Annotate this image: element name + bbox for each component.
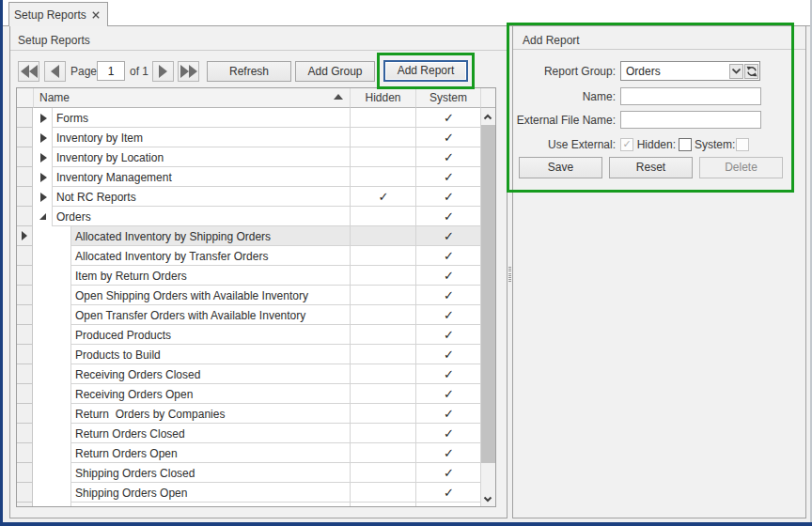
grid-row[interactable]: Inventory by Location✓ bbox=[17, 147, 480, 167]
tab-close-icon[interactable] bbox=[92, 11, 100, 19]
expander-collapsed-icon[interactable] bbox=[40, 173, 47, 182]
scrollbar-up-icon[interactable] bbox=[483, 113, 492, 122]
row-header[interactable] bbox=[17, 147, 33, 167]
grid-row[interactable]: Allocated Inventory by Transfer Orders✓ bbox=[17, 246, 480, 266]
splitter-grip[interactable] bbox=[508, 267, 511, 283]
system-check-icon: ✓ bbox=[416, 426, 480, 441]
grid-row[interactable]: Return Orders Closed✓ bbox=[17, 424, 480, 443]
system-check-icon: ✓ bbox=[416, 150, 480, 164]
row-header[interactable] bbox=[17, 364, 33, 384]
row-name: Open Shipping Orders with Available Inve… bbox=[75, 289, 308, 302]
row-header[interactable] bbox=[17, 463, 33, 483]
row-cells[interactable]: Shipping Orders Closed✓ bbox=[70, 463, 480, 483]
system-check-icon: ✓ bbox=[416, 269, 480, 283]
row-cells[interactable]: Produced Products✓ bbox=[70, 325, 480, 345]
row-cells[interactable]: Receiving Orders Open✓ bbox=[70, 384, 480, 404]
row-header[interactable] bbox=[17, 108, 33, 128]
row-header[interactable] bbox=[17, 266, 33, 286]
grid-row[interactable]: Products to Build✓ bbox=[17, 345, 480, 364]
scrollbar-thumb[interactable] bbox=[481, 125, 495, 463]
row-cells[interactable]: Item by Return Orders✓ bbox=[70, 266, 480, 286]
grid-row[interactable]: Not RC Reports✓✓ bbox=[17, 187, 480, 207]
row-name: Receiving Orders Closed bbox=[75, 368, 200, 381]
row-cells[interactable]: Open Transfer Orders with Available Inve… bbox=[70, 305, 480, 325]
grid-row[interactable]: Return Orders by Companies✓ bbox=[17, 404, 480, 424]
row-header[interactable] bbox=[17, 226, 33, 246]
row-cells[interactable]: Products to Build✓ bbox=[70, 345, 480, 364]
grid-header-name[interactable]: Name bbox=[33, 88, 350, 108]
row-name: Return Orders by Companies bbox=[75, 408, 225, 421]
row-cells[interactable]: Allocated Inventory by Transfer Orders✓ bbox=[70, 246, 480, 266]
page-number-input[interactable] bbox=[97, 61, 125, 81]
row-header[interactable] bbox=[17, 384, 33, 404]
system-check-icon: ✓ bbox=[416, 229, 480, 243]
row-header[interactable] bbox=[17, 325, 33, 345]
row-cells[interactable]: Open Shipping Orders with Available Inve… bbox=[70, 286, 480, 305]
grid-row[interactable]: Inventory Management✓ bbox=[17, 167, 480, 187]
row-name: Not RC Reports bbox=[56, 191, 136, 204]
row-header[interactable] bbox=[17, 424, 33, 443]
grid-header-name-label: Name bbox=[39, 91, 70, 104]
grid-row[interactable]: Open Shipping Orders with Available Inve… bbox=[17, 286, 480, 305]
expander-collapsed-icon[interactable] bbox=[40, 114, 47, 123]
expander-collapsed-icon[interactable] bbox=[40, 193, 47, 202]
expander-collapsed-icon[interactable] bbox=[40, 153, 47, 162]
row-cells[interactable]: Return Orders Open✓ bbox=[70, 443, 480, 463]
scrollbar-down-icon[interactable] bbox=[483, 494, 492, 503]
row-name: Allocated Inventory by Shipping Orders bbox=[75, 230, 271, 243]
grid-row[interactable]: Allocated Inventory by Shipping Orders✓ bbox=[17, 226, 480, 246]
vertical-scrollbar[interactable] bbox=[480, 108, 495, 506]
row-header[interactable] bbox=[17, 443, 33, 463]
row-name: Inventory by Location bbox=[56, 151, 164, 164]
row-header[interactable] bbox=[17, 187, 33, 207]
row-header[interactable] bbox=[17, 246, 33, 266]
next-page-button[interactable] bbox=[152, 61, 174, 82]
first-page-button[interactable] bbox=[18, 61, 39, 82]
row-cells[interactable]: Shipping Orders Open✓ bbox=[70, 483, 480, 503]
row-header[interactable] bbox=[17, 167, 33, 187]
grid-row[interactable]: Open Transfer Orders with Available Inve… bbox=[17, 305, 480, 325]
row-header[interactable] bbox=[17, 345, 33, 364]
last-page-button[interactable] bbox=[178, 61, 199, 82]
row-header[interactable] bbox=[17, 207, 33, 226]
previous-page-button[interactable] bbox=[44, 61, 66, 82]
grid-row[interactable]: Shipping Orders Open✓ bbox=[17, 483, 480, 503]
row-header[interactable] bbox=[17, 286, 33, 305]
of-label: of 1 bbox=[130, 65, 148, 78]
row-cells[interactable]: Allocated Inventory by Shipping Orders✓ bbox=[70, 226, 480, 246]
grid-row[interactable]: Orders✓ bbox=[17, 207, 480, 226]
row-header[interactable] bbox=[17, 128, 33, 147]
row-name: Return Orders Closed bbox=[75, 427, 185, 441]
system-check-icon: ✓ bbox=[416, 249, 480, 263]
row-header[interactable] bbox=[17, 483, 33, 503]
expander-collapsed-icon[interactable] bbox=[40, 133, 47, 143]
grid-row[interactable]: Receiving Orders Open✓ bbox=[17, 384, 480, 404]
grid-header-hidden[interactable]: Hidden bbox=[350, 88, 415, 108]
grid-row[interactable]: Forms✓ bbox=[17, 108, 480, 128]
hidden-check-icon: ✓ bbox=[351, 190, 416, 204]
grid-row[interactable]: Shipping Orders Closed✓ bbox=[17, 463, 480, 483]
grid-row[interactable]: Produced Products✓ bbox=[17, 325, 480, 345]
row-header[interactable] bbox=[17, 305, 33, 325]
row-cells[interactable]: Receiving Orders Closed✓ bbox=[70, 364, 480, 384]
grid-row[interactable]: Item by Return Orders✓ bbox=[17, 266, 480, 286]
grid-row[interactable]: Inventory by Item✓ bbox=[17, 128, 480, 147]
page-label: Page bbox=[70, 65, 97, 78]
row-cells[interactable]: Return Orders Closed✓ bbox=[70, 424, 480, 443]
system-check-icon: ✓ bbox=[416, 131, 480, 145]
row-cells[interactable]: Return Orders by Companies✓ bbox=[70, 404, 480, 424]
grid-header-system[interactable]: System bbox=[415, 88, 480, 108]
system-check-icon: ✓ bbox=[416, 407, 480, 421]
row-name: Forms bbox=[56, 112, 88, 125]
add-group-button[interactable]: Add Group bbox=[295, 61, 375, 82]
expander-expanded-icon[interactable] bbox=[39, 213, 46, 220]
row-header[interactable] bbox=[17, 404, 33, 424]
row-name: Inventory Management bbox=[56, 171, 172, 184]
row-name: Products to Build bbox=[75, 348, 161, 362]
tab-setup-reports[interactable]: Setup Reports bbox=[8, 2, 108, 26]
refresh-button[interactable]: Refresh bbox=[207, 61, 291, 82]
grid-row[interactable]: Return Orders Open✓ bbox=[17, 443, 480, 463]
tab-title: Setup Reports bbox=[14, 8, 86, 22]
annotation-box-add-report-button bbox=[377, 53, 475, 89]
grid-row[interactable]: Receiving Orders Closed✓ bbox=[17, 364, 480, 384]
